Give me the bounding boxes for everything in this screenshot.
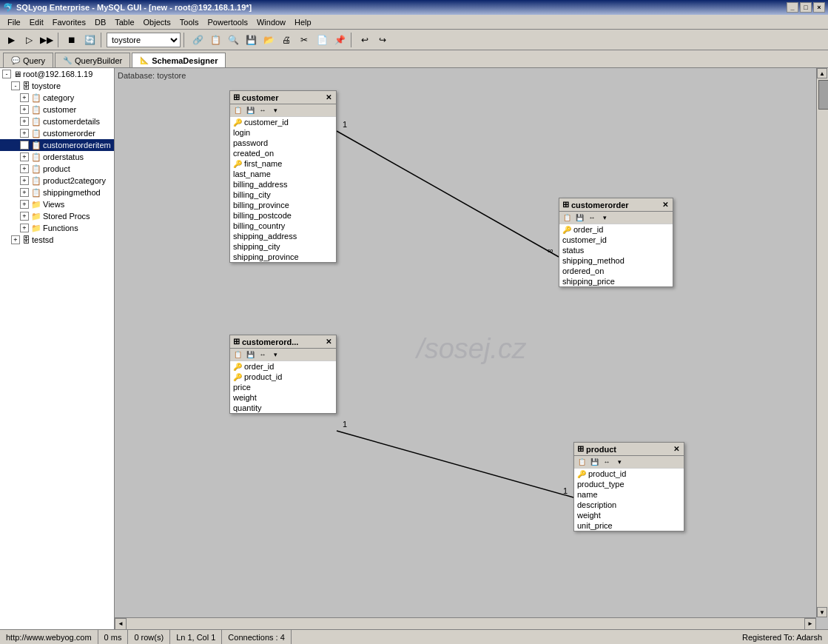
root-expand[interactable]: - <box>2 70 11 78</box>
toolbar-btn3[interactable]: ▶▶ <box>38 32 55 48</box>
prod-tb4[interactable]: ▾ <box>613 457 625 467</box>
menu-table[interactable]: Table <box>110 16 138 28</box>
co-tb4[interactable]: ▾ <box>599 212 610 223</box>
prod-expand[interactable]: + <box>20 164 29 173</box>
close-button[interactable]: × <box>813 2 825 13</box>
co-tb1[interactable]: 📋 <box>561 212 573 223</box>
ship-expand[interactable]: + <box>20 188 29 197</box>
toystore-expand[interactable]: - <box>11 81 20 90</box>
menu-help[interactable]: Help <box>290 16 316 28</box>
tree-folder-views[interactable]: + 📁 Views <box>0 198 114 210</box>
menu-edit[interactable]: Edit <box>25 16 48 28</box>
schema-table-customerorder[interactable]: ⊞ customerorder ✕ 📋 💾 ↔ ▾ 🔑 order_id cus… <box>559 198 673 287</box>
ordstat-expand[interactable]: + <box>20 152 29 161</box>
toolbar-btn4[interactable]: 🔗 <box>189 32 206 48</box>
scroll-left-btn[interactable]: ◄ <box>115 618 127 630</box>
customerorderitem-close-btn[interactable]: ✕ <box>324 338 333 346</box>
coi-tb4[interactable]: ▾ <box>269 349 281 360</box>
p2c-expand[interactable]: + <box>20 176 29 185</box>
menu-objects[interactable]: Objects <box>139 16 175 28</box>
toolbar-btn10[interactable]: ✂ <box>296 32 312 48</box>
tree-folder-storedprocs[interactable]: + 📁 Stored Procs <box>0 210 114 222</box>
customer-scroll[interactable]: 🔑 customer_id login password created_on … <box>230 117 336 262</box>
tree-root[interactable]: - 🖥 root@192.168.1.19 <box>0 68 114 80</box>
toolbar-btn9[interactable]: 🖨 <box>278 32 294 48</box>
toolbar-btn6[interactable]: 🔍 <box>225 32 241 48</box>
schema-table-customerorder-header[interactable]: ⊞ customerorder ✕ <box>559 198 673 212</box>
sp-expand[interactable]: + <box>20 212 29 221</box>
menu-powertools[interactable]: Powertools <box>203 16 252 28</box>
testsd-expand[interactable]: + <box>11 235 20 244</box>
coi-tb1[interactable]: 📋 <box>232 349 243 360</box>
toolbar-btn7[interactable]: 💾 <box>243 32 259 48</box>
maximize-button[interactable]: □ <box>800 2 812 13</box>
func-expand[interactable]: + <box>20 224 29 232</box>
coi-tb3[interactable]: ↔ <box>257 349 269 360</box>
schema-scrollbar-v[interactable]: ▲ ▼ <box>816 68 828 617</box>
tree-db-testsd[interactable]: + 🗄 testsd <box>0 234 114 246</box>
menu-tools[interactable]: Tools <box>175 16 203 28</box>
tree-table-customerdetails[interactable]: + 📋 customerdetails <box>0 115 114 127</box>
menu-window[interactable]: Window <box>252 16 290 28</box>
co-tb2[interactable]: 💾 <box>573 212 585 223</box>
toolbar-new[interactable]: ▶ <box>3 32 19 48</box>
db-selector[interactable]: toystore <box>107 33 181 47</box>
coi-tb2[interactable]: 💾 <box>244 349 256 360</box>
tab-query[interactable]: 💬 Query <box>3 53 53 67</box>
tree-table-customer[interactable]: + 📋 customer <box>0 104 114 115</box>
cust-tb1[interactable]: 📋 <box>232 105 243 115</box>
schema-scrollbar-h[interactable]: ◄ ► <box>115 617 816 629</box>
product-close-btn[interactable]: ✕ <box>672 445 681 453</box>
prod-tb3[interactable]: ↔ <box>601 457 613 467</box>
prod-tb1[interactable]: 📋 <box>576 457 588 467</box>
customer-close-btn[interactable]: ✕ <box>324 93 333 101</box>
co-tb3[interactable]: ↔ <box>586 212 598 223</box>
menu-file[interactable]: File <box>3 16 25 28</box>
schema-table-product-header[interactable]: ⊞ product ✕ <box>574 443 684 456</box>
toolbar-refresh[interactable]: 🔄 <box>81 32 98 48</box>
menu-db[interactable]: DB <box>90 16 110 28</box>
schema-table-customerorderitem[interactable]: ⊞ customerord... ✕ 📋 💾 ↔ ▾ 🔑 order_id 🔑 … <box>229 335 337 414</box>
table-grid-icon2: ⊞ <box>562 200 569 209</box>
tree-table-customerorder[interactable]: + 📋 customerorder <box>0 127 114 139</box>
tree-db-toystore[interactable]: - 🗄 toystore <box>0 80 114 92</box>
toolbar-btn5[interactable]: 📋 <box>207 32 223 48</box>
scroll-down-btn[interactable]: ▼ <box>817 607 827 617</box>
customerorder-close-btn[interactable]: ✕ <box>661 201 670 209</box>
toolbar-btn14[interactable]: ↪ <box>374 32 391 48</box>
cust-tb3[interactable]: ↔ <box>257 105 269 115</box>
tree-table-customerorderitem[interactable]: + 📋 customerorderitem <box>0 139 114 151</box>
toolbar-open[interactable]: ▷ <box>21 32 37 48</box>
tab-schemadesigner[interactable]: 📐 SchemaDesigner <box>132 53 226 67</box>
custord-expand[interactable]: + <box>20 129 29 138</box>
tree-table-category[interactable]: + 📋 category <box>0 92 114 104</box>
menu-favorites[interactable]: Favorites <box>48 16 90 28</box>
schema-table-customerorderitem-header[interactable]: ⊞ customerord... ✕ <box>230 335 336 349</box>
cust-expand[interactable]: + <box>20 105 29 114</box>
cust-tb2[interactable]: 💾 <box>244 105 256 115</box>
views-expand[interactable]: + <box>20 200 29 209</box>
tree-table-shippingmethod[interactable]: + 📋 shippingmethod <box>0 187 114 198</box>
toolbar-btn11[interactable]: 📄 <box>314 32 330 48</box>
custorditem-expand[interactable]: + <box>20 141 29 150</box>
cust-tb4[interactable]: ▾ <box>269 105 281 115</box>
tree-table-product[interactable]: + 📋 product <box>0 163 114 175</box>
scroll-thumb-v[interactable] <box>818 80 828 110</box>
scroll-right-btn[interactable]: ► <box>804 618 816 630</box>
prod-tb2[interactable]: 💾 <box>588 457 600 467</box>
schema-table-customer[interactable]: ⊞ customer ✕ 📋 💾 ↔ ▾ 🔑 customer_id <box>229 90 337 263</box>
tab-querybuilder[interactable]: 🔧 QueryBuilder <box>55 53 130 67</box>
tree-table-orderstatus[interactable]: + 📋 orderstatus <box>0 151 114 163</box>
toolbar-stop[interactable]: ⏹ <box>64 32 80 48</box>
scroll-up-btn[interactable]: ▲ <box>817 68 827 78</box>
tree-table-product2category[interactable]: + 📋 product2category <box>0 175 114 187</box>
toolbar-btn13[interactable]: ↩ <box>357 32 373 48</box>
schema-table-product[interactable]: ⊞ product ✕ 📋 💾 ↔ ▾ 🔑 product_id product… <box>573 442 684 531</box>
custdet-expand[interactable]: + <box>20 117 29 126</box>
toolbar-btn8[interactable]: 📂 <box>260 32 277 48</box>
toolbar-btn12[interactable]: 📌 <box>331 32 348 48</box>
cat-expand[interactable]: + <box>20 93 29 102</box>
minimize-button[interactable]: _ <box>787 2 798 13</box>
tree-folder-functions[interactable]: + 📁 Functions <box>0 222 114 234</box>
schema-table-customer-header[interactable]: ⊞ customer ✕ <box>230 91 336 104</box>
